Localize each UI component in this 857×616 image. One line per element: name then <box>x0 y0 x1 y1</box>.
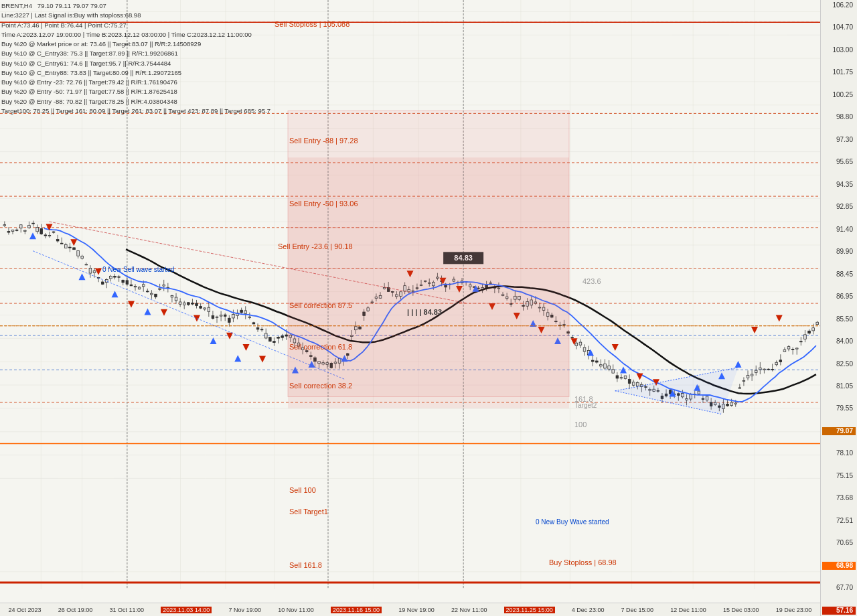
price-79-55: 79.55 <box>822 404 856 412</box>
sell-correction-875-label: Sell correction 87.5 <box>289 301 352 309</box>
time-dec19: 19 Dec 23:00 <box>776 607 812 613</box>
time-dec04: 4 Dec 23:00 <box>572 607 605 613</box>
buy-stoploss-price-label: 68.98 <box>822 562 856 570</box>
price-106: 106.20 <box>822 1 856 9</box>
target-4236-label: 423.6 <box>582 277 601 285</box>
buy-wave-label: 0 New Buy Wave started <box>536 518 609 526</box>
chart-title: BRENT,H4 79.10 79.11 79.07 79.07 <box>1 1 270 11</box>
time-nov25: 2023.11.25 15:00 <box>504 607 555 613</box>
time-nov07: 7 Nov 19:00 <box>228 607 261 613</box>
price-75: 75.15 <box>822 472 856 480</box>
time-axis: 24 Oct 2023 26 Oct 19:00 31 Oct 11:00 20… <box>0 603 820 616</box>
price-92: 92.85 <box>822 203 856 211</box>
time-nov10: 10 Nov 11:00 <box>278 607 314 613</box>
price-89: 89.90 <box>822 248 856 256</box>
time-oct26: 26 Oct 19:00 <box>58 607 93 613</box>
price-100: 100.25 <box>822 91 856 99</box>
price-104: 104.70 <box>822 23 856 31</box>
price-72: 72.51 <box>822 517 856 525</box>
price-57: 57.16 <box>822 607 856 615</box>
price-tag-annotation: | | | | 84.83 <box>407 308 442 316</box>
sell-correction-618-label: Sell correction 61.8 <box>289 343 352 351</box>
price-95: 95.65 <box>822 158 856 166</box>
info-panel: BRENT,H4 79.10 79.11 79.07 79.07 Line:32… <box>1 1 270 116</box>
price-73: 73.68 <box>822 494 856 502</box>
price-101: 101.75 <box>822 68 856 76</box>
price-78: 78.10 <box>822 449 856 457</box>
price-91: 91.40 <box>822 226 856 234</box>
sell-wave-label: 0 New Sell wave started <box>102 266 174 273</box>
buy-stoploss-label: Buy Stoploss | 68.98 <box>549 558 617 566</box>
current-price-label: 79.07 <box>822 427 856 435</box>
time-nov03: 2023.11.03 14:00 <box>161 607 212 613</box>
price-67: 67.70 <box>822 584 856 592</box>
price-70: 70.65 <box>822 539 856 547</box>
price-94: 94.35 <box>822 181 856 189</box>
time-dec12: 12 Dec 11:00 <box>670 607 706 613</box>
price-86: 86.95 <box>822 293 856 301</box>
time-nov22: 22 Nov 11:00 <box>451 607 487 613</box>
time-nov16: 2023.11.16 15:00 <box>331 607 382 613</box>
sell-entry-88-label: Sell Entry -88 | 97.28 <box>289 137 358 145</box>
time-dec07: 7 Dec 15:00 <box>621 607 654 613</box>
price-85: 85.50 <box>822 315 856 323</box>
price-88: 88.45 <box>822 271 856 279</box>
price-82: 82.50 <box>822 360 856 368</box>
price-98: 98.80 <box>822 113 856 121</box>
sell-100-label: Sell 100 <box>289 486 316 494</box>
sell-stoploss-label: Sell Stoploss | 105.088 <box>275 20 349 28</box>
chart-container: MARKETZ TRADE BRENT,H4 79.10 79.11 79.07… <box>0 0 857 616</box>
sell-1618-label: Sell 161.8 <box>289 561 322 569</box>
price-84: 84.00 <box>822 337 856 345</box>
sell-entry-50-label: Sell Entry -50 | 93.06 <box>289 200 358 208</box>
target2-label: Target2 <box>574 402 597 409</box>
sell-target1-label: Sell Target1 <box>289 508 328 516</box>
sell-entry-23-label: Sell Entry -23.6 | 90.18 <box>278 242 353 250</box>
price-97: 97.30 <box>822 136 856 144</box>
target-100-label: 100 <box>574 420 587 429</box>
price-81: 81.05 <box>822 382 856 390</box>
time-dec15: 15 Dec 03:00 <box>723 607 759 613</box>
price-axis: 106.20 104.70 103.00 101.75 100.25 98.80… <box>820 0 857 616</box>
time-oct24: 24 Oct 2023 <box>9 607 42 613</box>
sell-correction-382-label: Sell correction 38.2 <box>289 382 352 390</box>
time-nov19: 19 Nov 19:00 <box>398 607 435 613</box>
time-oct31: 31 Oct 11:00 <box>110 607 145 613</box>
price-103: 103.00 <box>822 46 856 54</box>
